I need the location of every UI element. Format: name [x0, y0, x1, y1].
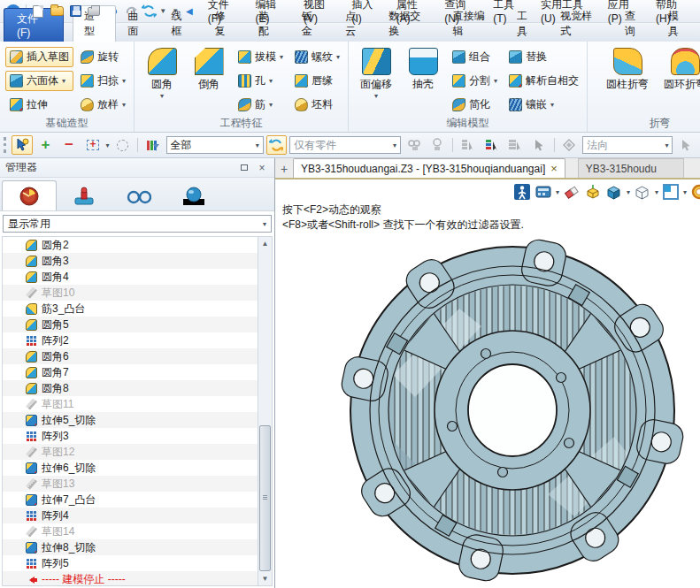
window-select-dropdown[interactable]: ▾ [105, 141, 109, 149]
ribbon-tab[interactable]: 模具 [657, 5, 700, 42]
ribbon-tab[interactable]: 修复 [204, 5, 247, 42]
tree-item[interactable]: 草图11 [3, 396, 272, 412]
tree-item[interactable]: 阵列5 [3, 555, 272, 571]
pick-cursor-button[interactable] [12, 135, 33, 155]
face-offset-button[interactable]: 面偏移▾ [354, 44, 398, 119]
tree-item[interactable]: 拉伸5_切除 [3, 412, 272, 428]
chamfer-button[interactable]: 倒角 [187, 44, 231, 119]
scroll-thumb[interactable] [259, 425, 271, 571]
tree-item[interactable]: 圆角8 [3, 380, 272, 396]
tab-history-manager[interactable] [2, 180, 57, 210]
window-select-button[interactable] [82, 135, 104, 155]
tree-item[interactable]: 草图13 [3, 476, 272, 492]
scroll-down-icon[interactable]: ▼ [258, 572, 272, 585]
filter-icon[interactable] [142, 135, 164, 155]
fillet-button[interactable]: 圆角▾ [140, 44, 184, 119]
reorient-icon[interactable] [559, 135, 581, 155]
display-mode-dropdown[interactable]: ▾ [627, 188, 630, 196]
add-selection-button[interactable]: + [35, 135, 57, 155]
manager-restore-button[interactable] [237, 162, 251, 174]
tree-view-dropdown[interactable]: 显示常用▾ [3, 215, 272, 233]
new-document-tab-button[interactable]: + [275, 160, 293, 178]
tree-item[interactable]: 拉伸8_切除 [3, 539, 272, 555]
extrude-button[interactable]: 拉伸 [5, 95, 73, 115]
insert-sketch-button[interactable]: 插入草图 [5, 47, 73, 67]
render-mode-dropdown[interactable]: ▾ [556, 188, 559, 196]
pick-from-list-colored-icon[interactable] [481, 135, 503, 155]
filter-combobox[interactable]: 全部▾ [166, 136, 264, 154]
tree-item[interactable]: 草图10 [3, 285, 272, 301]
orientation-combobox[interactable]: 法向▾ [582, 136, 673, 154]
ribbon-tab[interactable]: 曲面 [116, 5, 159, 42]
rib-button[interactable]: 筋▾ [234, 95, 288, 115]
revolve-button[interactable]: 旋转 [76, 47, 130, 67]
exit-walk-icon[interactable] [513, 183, 531, 201]
ribbon-tab[interactable]: 直接编辑 [442, 5, 505, 42]
tree-item[interactable]: 草图12 [3, 444, 272, 460]
tree-scrollbar[interactable]: ▲ ▼ [258, 237, 272, 585]
tree-item[interactable]: 草图14 [3, 523, 272, 539]
tree-item[interactable]: 阵列4 [3, 508, 272, 523]
chain-pick-icon[interactable] [404, 135, 425, 155]
toolbar-grip[interactable] [4, 137, 6, 153]
cylindrical-bend-button[interactable]: 圆柱折弯 [600, 44, 655, 119]
wireframe-dropdown[interactable]: ▾ [655, 188, 658, 196]
stock-button[interactable]: 坯料 [290, 95, 344, 115]
refresh-filter-button[interactable] [266, 135, 288, 155]
view-layout-icon[interactable] [662, 183, 680, 201]
tab-constraint-manager[interactable] [57, 180, 112, 210]
combine-button[interactable]: 组合 [448, 47, 502, 67]
scroll-up-icon[interactable]: ▲ [258, 237, 272, 250]
tree-item[interactable]: 圆角2 [3, 237, 272, 253]
lasso-select-button[interactable] [112, 135, 133, 155]
ribbon-tab[interactable]: 查询 [613, 5, 657, 42]
tree-item[interactable]: 圆角3 [3, 253, 272, 269]
tree-item[interactable]: 圆角5 [3, 317, 272, 332]
toroidal-bend-button[interactable]: 圆环折弯 [658, 44, 700, 119]
tree-item[interactable]: 圆角4 [3, 269, 272, 285]
datum-box-icon[interactable] [584, 183, 602, 201]
replace-button[interactable]: 替换 [504, 47, 583, 67]
close-tab-icon[interactable]: × [550, 162, 558, 175]
tab-material-manager[interactable] [166, 180, 221, 210]
hole-button[interactable]: 孔▾ [234, 71, 288, 91]
viewport[interactable]: + YB3-315houduangai.Z3 - [YB3-315houqian… [275, 158, 700, 588]
inlay-button[interactable]: 镶嵌▾ [504, 95, 583, 115]
wireframe-cube-icon[interactable] [634, 183, 651, 201]
eraser-icon[interactable] [563, 183, 581, 201]
pick-all-list-icon[interactable] [504, 135, 526, 155]
ribbon-tab[interactable]: 视觉样式 [549, 5, 612, 42]
ribbon-tab[interactable]: 线框 [159, 5, 203, 42]
simplify-button[interactable]: 简化 [448, 95, 502, 115]
tree-item[interactable]: 筋3_凸台 [3, 301, 272, 317]
draft-button[interactable]: 拔模▾ [234, 47, 288, 67]
tree-item[interactable]: 阵列3 [3, 428, 272, 444]
document-tab-active[interactable]: YB3-315houduangai.Z3 - [YB3-315houqiandu… [293, 158, 565, 178]
cursor-end-icon[interactable] [675, 135, 696, 155]
sweep-button[interactable]: 扫掠▾ [76, 71, 130, 91]
ribbon-tab[interactable]: 装配 [247, 5, 290, 42]
ribbon-tab[interactable]: 数据交换 [377, 5, 441, 42]
pick-from-list-icon[interactable] [458, 135, 479, 155]
loft-button[interactable]: 放样▾ [76, 95, 130, 115]
ribbon-tab[interactable]: 工具 [505, 5, 549, 42]
ring-tool-icon[interactable] [690, 183, 700, 201]
resolve-self-intersect-button[interactable]: 解析自相交 [504, 71, 583, 91]
remove-selection-button[interactable]: − [58, 135, 80, 155]
cursor-plain-icon[interactable] [528, 135, 550, 155]
lip-button[interactable]: 唇缘 [290, 71, 344, 91]
tab-visibility-manager[interactable] [112, 180, 166, 210]
manager-close-button[interactable]: × [255, 162, 269, 174]
tree-item[interactable]: ----- 建模停止 ----- [3, 571, 272, 586]
tree-item[interactable]: 圆角6 [3, 348, 272, 364]
thread-button[interactable]: 螺纹▾ [290, 47, 344, 67]
chain-pick2-icon[interactable] [427, 135, 449, 155]
ribbon-tab[interactable]: 钣金 [290, 5, 334, 42]
shaded-cube-icon[interactable] [605, 183, 623, 201]
divide-button[interactable]: 分割▾ [448, 71, 502, 91]
ribbon-tab[interactable]: 点云 [334, 5, 377, 42]
tree-item[interactable]: 阵列2 [3, 332, 272, 348]
tree-item[interactable]: 拉伸7_凸台 [3, 492, 272, 508]
tree-item[interactable]: 拉伸6_切除 [3, 460, 272, 476]
document-tab-inactive[interactable]: YB3-315houdu [578, 158, 684, 178]
